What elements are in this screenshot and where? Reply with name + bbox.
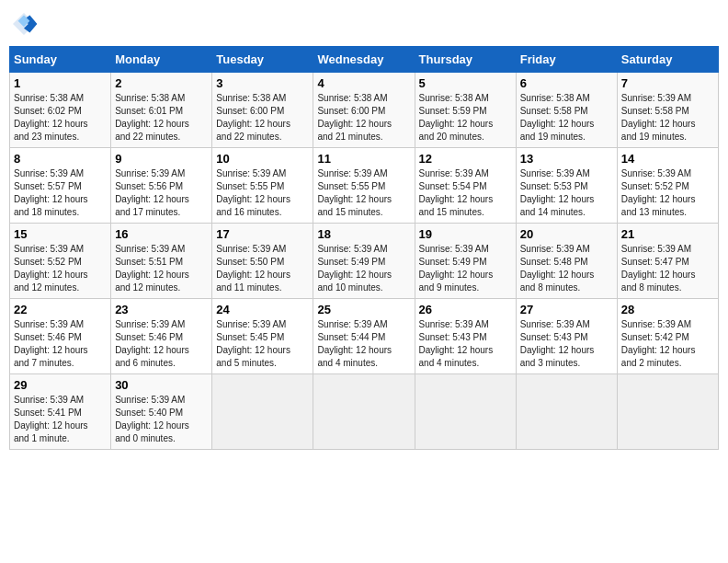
day-detail: Sunrise: 5:39 AM Sunset: 5:55 PM Dayligh…	[216, 167, 309, 219]
calendar-cell: 2Sunrise: 5:38 AM Sunset: 6:01 PM Daylig…	[111, 73, 212, 148]
day-detail: Sunrise: 5:39 AM Sunset: 5:50 PM Dayligh…	[216, 243, 309, 294]
day-detail: Sunrise: 5:39 AM Sunset: 5:53 PM Dayligh…	[520, 167, 613, 219]
calendar-cell: 21Sunrise: 5:39 AM Sunset: 5:47 PM Dayli…	[617, 224, 718, 299]
calendar-cell	[415, 374, 516, 450]
day-number: 30	[115, 378, 208, 392]
day-number: 18	[317, 227, 410, 241]
day-detail: Sunrise: 5:38 AM Sunset: 6:01 PM Dayligh…	[115, 92, 208, 144]
calendar-cell: 1Sunrise: 5:38 AM Sunset: 6:02 PM Daylig…	[10, 73, 111, 148]
day-detail: Sunrise: 5:39 AM Sunset: 5:52 PM Dayligh…	[14, 243, 107, 294]
day-detail: Sunrise: 5:39 AM Sunset: 5:58 PM Dayligh…	[621, 92, 714, 144]
day-number: 7	[621, 76, 714, 90]
day-number: 29	[14, 378, 107, 392]
day-detail: Sunrise: 5:39 AM Sunset: 5:40 PM Dayligh…	[115, 394, 208, 445]
day-detail: Sunrise: 5:39 AM Sunset: 5:48 PM Dayligh…	[520, 243, 613, 294]
calendar-cell	[516, 374, 617, 450]
day-detail: Sunrise: 5:39 AM Sunset: 5:44 PM Dayligh…	[317, 318, 410, 370]
day-number: 13	[520, 152, 613, 166]
logo-icon	[9, 9, 39, 39]
calendar-cell: 22Sunrise: 5:39 AM Sunset: 5:46 PM Dayli…	[10, 299, 111, 374]
day-detail: Sunrise: 5:38 AM Sunset: 5:58 PM Dayligh…	[520, 92, 613, 144]
calendar-cell: 12Sunrise: 5:39 AM Sunset: 5:54 PM Dayli…	[415, 148, 516, 224]
calendar-row-4: 22Sunrise: 5:39 AM Sunset: 5:46 PM Dayli…	[10, 299, 719, 374]
day-number: 24	[216, 303, 309, 316]
day-detail: Sunrise: 5:38 AM Sunset: 5:59 PM Dayligh…	[419, 92, 512, 144]
calendar-cell: 5Sunrise: 5:38 AM Sunset: 5:59 PM Daylig…	[415, 73, 516, 148]
calendar-cell: 6Sunrise: 5:38 AM Sunset: 5:58 PM Daylig…	[516, 73, 617, 148]
calendar-cell: 30Sunrise: 5:39 AM Sunset: 5:40 PM Dayli…	[111, 374, 212, 450]
day-detail: Sunrise: 5:39 AM Sunset: 5:49 PM Dayligh…	[419, 243, 512, 294]
weekday-header-wednesday: Wednesday	[313, 47, 415, 73]
calendar-cell	[212, 374, 313, 450]
day-detail: Sunrise: 5:39 AM Sunset: 5:45 PM Dayligh…	[216, 318, 309, 370]
day-detail: Sunrise: 5:39 AM Sunset: 5:43 PM Dayligh…	[520, 318, 613, 370]
day-number: 9	[115, 152, 208, 166]
day-number: 27	[520, 303, 613, 316]
day-number: 10	[216, 152, 309, 166]
calendar-cell	[617, 374, 718, 450]
calendar-cell: 17Sunrise: 5:39 AM Sunset: 5:50 PM Dayli…	[212, 224, 313, 299]
day-number: 8	[14, 152, 107, 166]
day-number: 15	[14, 227, 107, 241]
calendar-cell: 9Sunrise: 5:39 AM Sunset: 5:56 PM Daylig…	[111, 148, 212, 224]
day-number: 16	[115, 227, 208, 241]
calendar-cell: 20Sunrise: 5:39 AM Sunset: 5:48 PM Dayli…	[516, 224, 617, 299]
day-detail: Sunrise: 5:39 AM Sunset: 5:46 PM Dayligh…	[115, 318, 208, 370]
day-number: 19	[419, 227, 512, 241]
day-number: 11	[317, 152, 410, 166]
day-detail: Sunrise: 5:39 AM Sunset: 5:55 PM Dayligh…	[317, 167, 410, 219]
calendar-cell: 4Sunrise: 5:38 AM Sunset: 6:00 PM Daylig…	[313, 73, 415, 148]
day-number: 20	[520, 227, 613, 241]
day-detail: Sunrise: 5:39 AM Sunset: 5:56 PM Dayligh…	[115, 167, 208, 219]
calendar-row-5: 29Sunrise: 5:39 AM Sunset: 5:41 PM Dayli…	[10, 374, 719, 450]
day-number: 6	[520, 76, 613, 90]
calendar-cell: 3Sunrise: 5:38 AM Sunset: 6:00 PM Daylig…	[212, 73, 313, 148]
calendar-cell	[313, 374, 415, 450]
day-detail: Sunrise: 5:38 AM Sunset: 6:00 PM Dayligh…	[317, 92, 410, 144]
day-detail: Sunrise: 5:39 AM Sunset: 5:46 PM Dayligh…	[14, 318, 107, 370]
calendar-table: SundayMondayTuesdayWednesdayThursdayFrid…	[9, 46, 719, 450]
calendar-cell: 10Sunrise: 5:39 AM Sunset: 5:55 PM Dayli…	[212, 148, 313, 224]
day-number: 26	[419, 303, 512, 316]
calendar-cell: 18Sunrise: 5:39 AM Sunset: 5:49 PM Dayli…	[313, 224, 415, 299]
day-number: 12	[419, 152, 512, 166]
calendar-header-row: SundayMondayTuesdayWednesdayThursdayFrid…	[10, 47, 719, 73]
day-detail: Sunrise: 5:39 AM Sunset: 5:43 PM Dayligh…	[419, 318, 512, 370]
calendar-cell: 8Sunrise: 5:39 AM Sunset: 5:57 PM Daylig…	[10, 148, 111, 224]
calendar-cell: 16Sunrise: 5:39 AM Sunset: 5:51 PM Dayli…	[111, 224, 212, 299]
day-detail: Sunrise: 5:38 AM Sunset: 6:02 PM Dayligh…	[14, 92, 107, 144]
day-detail: Sunrise: 5:39 AM Sunset: 5:47 PM Dayligh…	[621, 243, 714, 294]
day-detail: Sunrise: 5:39 AM Sunset: 5:54 PM Dayligh…	[419, 167, 512, 219]
logo	[9, 9, 42, 39]
weekday-header-thursday: Thursday	[415, 47, 516, 73]
calendar-cell: 11Sunrise: 5:39 AM Sunset: 5:55 PM Dayli…	[313, 148, 415, 224]
weekday-header-sunday: Sunday	[10, 47, 111, 73]
calendar-row-3: 15Sunrise: 5:39 AM Sunset: 5:52 PM Dayli…	[10, 224, 719, 299]
day-number: 21	[621, 227, 714, 241]
day-detail: Sunrise: 5:39 AM Sunset: 5:42 PM Dayligh…	[621, 318, 714, 370]
calendar-cell: 13Sunrise: 5:39 AM Sunset: 5:53 PM Dayli…	[516, 148, 617, 224]
calendar-cell: 25Sunrise: 5:39 AM Sunset: 5:44 PM Dayli…	[313, 299, 415, 374]
calendar-cell: 27Sunrise: 5:39 AM Sunset: 5:43 PM Dayli…	[516, 299, 617, 374]
day-number: 28	[621, 303, 714, 316]
day-number: 25	[317, 303, 410, 316]
calendar-cell: 7Sunrise: 5:39 AM Sunset: 5:58 PM Daylig…	[617, 73, 718, 148]
day-number: 5	[419, 76, 512, 90]
day-number: 22	[14, 303, 107, 316]
day-detail: Sunrise: 5:39 AM Sunset: 5:49 PM Dayligh…	[317, 243, 410, 294]
day-detail: Sunrise: 5:39 AM Sunset: 5:52 PM Dayligh…	[621, 167, 714, 219]
day-number: 23	[115, 303, 208, 316]
calendar-cell: 28Sunrise: 5:39 AM Sunset: 5:42 PM Dayli…	[617, 299, 718, 374]
day-number: 14	[621, 152, 714, 166]
calendar-cell: 29Sunrise: 5:39 AM Sunset: 5:41 PM Dayli…	[10, 374, 111, 450]
calendar-row-2: 8Sunrise: 5:39 AM Sunset: 5:57 PM Daylig…	[10, 148, 719, 224]
calendar-cell: 19Sunrise: 5:39 AM Sunset: 5:49 PM Dayli…	[415, 224, 516, 299]
weekday-header-tuesday: Tuesday	[212, 47, 313, 73]
weekday-header-friday: Friday	[516, 47, 617, 73]
day-detail: Sunrise: 5:38 AM Sunset: 6:00 PM Dayligh…	[216, 92, 309, 144]
weekday-header-saturday: Saturday	[617, 47, 718, 73]
calendar-cell: 23Sunrise: 5:39 AM Sunset: 5:46 PM Dayli…	[111, 299, 212, 374]
day-detail: Sunrise: 5:39 AM Sunset: 5:51 PM Dayligh…	[115, 243, 208, 294]
day-number: 17	[216, 227, 309, 241]
calendar-cell: 24Sunrise: 5:39 AM Sunset: 5:45 PM Dayli…	[212, 299, 313, 374]
